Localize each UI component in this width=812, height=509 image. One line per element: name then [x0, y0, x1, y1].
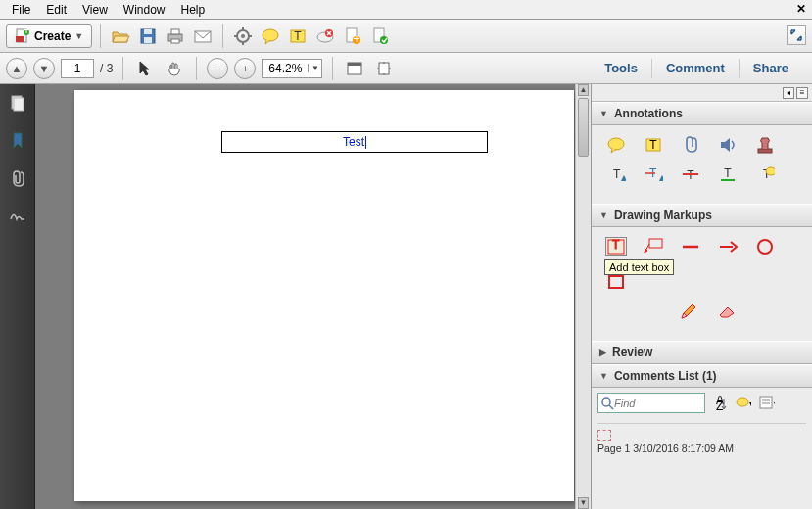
- find-comments-input[interactable]: [597, 393, 705, 413]
- text-box-tool-icon[interactable]: T Add text box: [605, 237, 627, 256]
- search-icon: [601, 397, 614, 410]
- fit-width-icon[interactable]: [343, 57, 366, 80]
- settings-icon[interactable]: [231, 24, 255, 48]
- close-icon[interactable]: ✕: [796, 2, 806, 16]
- add-note-to-text-icon[interactable]: T: [754, 164, 776, 184]
- zoom-input[interactable]: [263, 60, 308, 77]
- attachments-icon[interactable]: [8, 168, 27, 188]
- expand-icon[interactable]: [787, 25, 806, 45]
- text-box-content: Test: [343, 135, 364, 149]
- tooltip: Add text box: [604, 259, 674, 275]
- pencil-tool-icon[interactable]: [678, 301, 699, 321]
- comment-meta: Page 1 3/10/2016 8:17:09 AM: [597, 442, 734, 454]
- eraser-tool-icon[interactable]: [715, 301, 737, 321]
- svg-text:T: T: [612, 239, 620, 252]
- delete-cloud-icon[interactable]: [313, 24, 337, 48]
- sort-comments-icon[interactable]: AZ: [711, 394, 729, 412]
- create-label: Create: [34, 29, 71, 43]
- oval-tool-icon[interactable]: [754, 237, 776, 256]
- print-icon[interactable]: [164, 24, 187, 48]
- drawing-markups-header[interactable]: ▼ Drawing Markups: [592, 204, 812, 227]
- comment-item[interactable]: Page 1 3/10/2016 8:17:09 AM: [597, 423, 806, 455]
- collapse-triangle-icon: ▼: [599, 109, 608, 118]
- filter-comments-icon[interactable]: ▾: [735, 394, 752, 412]
- document-area: Test ▲ ▼: [35, 84, 591, 509]
- underline-icon[interactable]: T: [717, 164, 739, 184]
- stamp-icon[interactable]: [754, 135, 776, 155]
- hand-tool-icon[interactable]: [163, 57, 186, 80]
- page-up-button[interactable]: ▲: [6, 58, 27, 79]
- menu-window[interactable]: Window: [116, 1, 173, 19]
- zoom-in-button[interactable]: +: [234, 58, 256, 79]
- svg-point-56: [602, 398, 610, 406]
- svg-point-60: [737, 398, 748, 406]
- svg-text:▾: ▾: [774, 397, 775, 410]
- menu-view[interactable]: View: [74, 1, 116, 19]
- zoom-select[interactable]: ▼: [262, 59, 322, 78]
- comment-tab[interactable]: Comment: [651, 59, 739, 78]
- svg-rect-31: [379, 63, 389, 74]
- annotations-title: Annotations: [614, 107, 683, 120]
- create-button[interactable]: + Create ▼: [6, 24, 92, 48]
- select-tool-icon[interactable]: [133, 57, 157, 80]
- email-icon[interactable]: [191, 24, 215, 48]
- zoom-out-button[interactable]: −: [207, 58, 228, 79]
- svg-point-34: [608, 138, 624, 150]
- highlight-icon[interactable]: T: [643, 135, 664, 155]
- rectangle-tool-icon[interactable]: [605, 272, 627, 292]
- annotations-header[interactable]: ▼ Annotations: [592, 102, 812, 125]
- vertical-scrollbar[interactable]: ▲ ▼: [575, 84, 591, 509]
- arrow-tool-icon[interactable]: [717, 237, 739, 256]
- separator: [196, 57, 197, 80]
- svg-rect-37: [758, 149, 772, 153]
- scroll-down-icon[interactable]: ▼: [578, 497, 589, 509]
- text-caret: [365, 136, 366, 149]
- share-tab[interactable]: Share: [739, 59, 802, 78]
- tools-tab[interactable]: Tools: [591, 59, 651, 78]
- bookmarks-icon[interactable]: [8, 131, 27, 151]
- fit-page-icon[interactable]: [372, 57, 396, 80]
- panel-collapse-icon[interactable]: ◂: [783, 87, 794, 99]
- menu-file[interactable]: File: [4, 1, 38, 19]
- panel-menu-icon[interactable]: ≡: [796, 87, 808, 99]
- text-box-comment-icon: [597, 430, 611, 441]
- comments-list-title: Comments List (1): [614, 369, 717, 383]
- page-plus-icon[interactable]: +: [341, 24, 364, 48]
- svg-rect-6: [144, 37, 152, 43]
- sticky-note-icon[interactable]: [605, 135, 627, 155]
- separator: [122, 57, 123, 80]
- scroll-up-icon[interactable]: ▲: [578, 84, 589, 96]
- page-number-input[interactable]: [61, 59, 94, 78]
- record-audio-icon[interactable]: [717, 135, 739, 155]
- replace-text-icon[interactable]: T▴: [643, 164, 664, 184]
- comment-bubble-icon[interactable]: [259, 24, 282, 48]
- pdf-page: Test: [74, 90, 574, 501]
- page-down-button[interactable]: ▼: [33, 58, 55, 79]
- main-toolbar: + Create ▼ T +: [0, 20, 812, 53]
- highlight-text-icon[interactable]: T: [286, 24, 310, 48]
- line-tool-icon[interactable]: [680, 237, 701, 256]
- thumbnails-icon[interactable]: [8, 94, 27, 114]
- document-canvas[interactable]: Test: [35, 84, 575, 509]
- text-box-annotation[interactable]: Test: [221, 131, 488, 153]
- page-check-icon[interactable]: [368, 24, 392, 48]
- strikethrough-icon[interactable]: T: [680, 164, 701, 184]
- find-field[interactable]: [614, 397, 693, 409]
- menu-edit[interactable]: Edit: [38, 1, 74, 19]
- save-icon[interactable]: [136, 24, 160, 48]
- drawing-markups-title: Drawing Markups: [614, 208, 712, 222]
- open-icon[interactable]: [109, 24, 132, 48]
- comments-list-header[interactable]: ▼ Comments List (1): [592, 364, 812, 388]
- attach-file-icon[interactable]: [680, 135, 701, 155]
- chevron-down-icon[interactable]: ▼: [308, 64, 321, 72]
- options-icon[interactable]: ▾: [758, 394, 776, 412]
- callout-tool-icon[interactable]: [643, 237, 664, 256]
- review-header[interactable]: ▶ Review: [592, 341, 812, 364]
- svg-rect-30: [348, 63, 361, 66]
- signatures-icon[interactable]: [8, 206, 27, 225]
- insert-text-icon[interactable]: T▴: [605, 164, 627, 184]
- svg-text:▾: ▾: [749, 397, 751, 410]
- scroll-thumb[interactable]: [578, 98, 589, 157]
- menu-bar: File Edit View Window Help ✕: [0, 0, 812, 20]
- menu-help[interactable]: Help: [173, 1, 214, 19]
